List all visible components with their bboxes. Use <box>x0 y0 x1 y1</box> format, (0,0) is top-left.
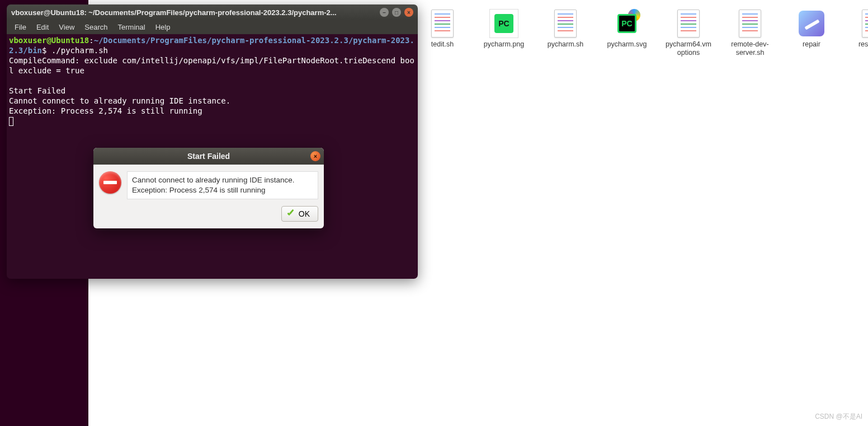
desktop-file-pycharm-svg[interactable]: PCpycharm.svg <box>604 9 650 57</box>
menu-edit[interactable]: Edit <box>32 22 53 32</box>
window-controls: – □ × <box>380 8 413 17</box>
dialog-line1: Cannot connect to already running IDE in… <box>132 175 313 185</box>
file-label: restart.py <box>858 40 868 49</box>
file-label: pycharm.svg <box>607 40 647 49</box>
minimize-icon[interactable]: – <box>380 8 389 17</box>
file-label: remote-dev-server.sh <box>727 40 773 57</box>
command-text: ./pycharm.sh <box>46 46 108 55</box>
prompt-user: vboxuser@Ubuntu18 <box>9 36 89 45</box>
check-icon <box>286 209 295 218</box>
file-label: repair <box>803 40 820 49</box>
output-line: Exception: Process 2,574 is still runnin… <box>9 106 202 115</box>
terminal-title: vboxuser@Ubuntu18: ~/Documents/ProgramFi… <box>11 8 376 17</box>
desktop-file-pycharm-png[interactable]: PCpycharm.png <box>481 9 527 57</box>
ok-button[interactable]: OK <box>281 206 318 222</box>
error-dialog: Start Failed × Cannot connect to already… <box>93 148 324 228</box>
dialog-titlebar[interactable]: Start Failed × <box>93 148 324 165</box>
file-label: pycharm.png <box>484 40 524 49</box>
file-icon: PC <box>489 9 518 38</box>
menu-search[interactable]: Search <box>80 22 112 32</box>
file-label: pycharm.sh <box>548 40 584 49</box>
desktop-file-restart-py[interactable]: restart.py <box>850 9 868 57</box>
file-icon <box>551 9 580 38</box>
prompt-sep: : <box>89 36 93 45</box>
menu-terminal[interactable]: Terminal <box>114 22 150 32</box>
desktop-file-pycharm-sh[interactable]: pycharm.sh <box>542 9 588 57</box>
file-label: pycharm64.vmoptions <box>666 40 711 57</box>
cursor-icon <box>9 117 13 126</box>
file-icon <box>735 9 765 38</box>
ok-label: OK <box>299 209 310 218</box>
dialog-footer: OK <box>93 203 324 228</box>
desktop-file-repair[interactable]: repair <box>789 9 834 57</box>
desktop-icons: tedit.shPCpycharm.pngpycharm.shPCpycharm… <box>419 9 868 57</box>
close-icon[interactable]: × <box>404 8 413 17</box>
dialog-line2: Exception: Process 2,574 is still runnin… <box>132 185 313 195</box>
menu-file[interactable]: File <box>10 22 31 32</box>
output-line: Cannot connect to already running IDE in… <box>9 96 230 105</box>
terminal-window: vboxuser@Ubuntu18: ~/Documents/ProgramFi… <box>7 4 418 279</box>
desktop-file-remote-dev-server-sh[interactable]: remote-dev-server.sh <box>727 9 773 57</box>
dialog-message: Cannot connect to already running IDE in… <box>127 171 318 199</box>
menu-help[interactable]: Help <box>151 22 175 32</box>
file-icon <box>674 9 703 38</box>
file-label: tedit.sh <box>431 40 454 49</box>
close-icon[interactable]: × <box>310 151 320 161</box>
desktop-file-pycharm64-vmoptions[interactable]: pycharm64.vmoptions <box>666 9 711 57</box>
menu-view[interactable]: View <box>54 22 79 32</box>
file-icon: PC <box>612 9 641 38</box>
output-line: CompileCommand: exclude com/intellij/ope… <box>9 56 414 75</box>
file-icon <box>858 9 868 38</box>
file-icon <box>797 9 826 38</box>
terminal-menubar: File Edit View Search Terminal Help <box>7 20 418 34</box>
error-icon <box>99 171 121 194</box>
terminal-titlebar[interactable]: vboxuser@Ubuntu18: ~/Documents/ProgramFi… <box>7 4 418 20</box>
desktop-file-tedit-sh[interactable]: tedit.sh <box>419 9 465 57</box>
dialog-body: Cannot connect to already running IDE in… <box>93 165 324 203</box>
watermark: CSDN @不是AI <box>815 412 862 422</box>
dialog-title: Start Failed <box>187 152 230 161</box>
file-icon <box>428 9 457 38</box>
maximize-icon[interactable]: □ <box>392 8 401 17</box>
output-line: Start Failed <box>9 86 65 95</box>
